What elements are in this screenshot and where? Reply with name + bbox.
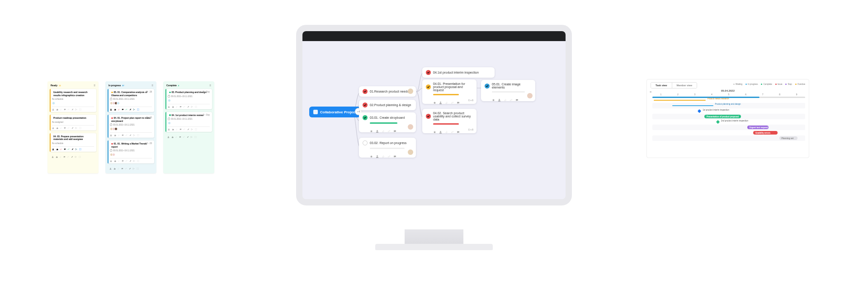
chat-icon[interactable] [122,108,124,111]
link-icon[interactable] [67,127,70,129]
chat-icon[interactable] [64,108,66,111]
milestone-icon[interactable] [698,109,701,113]
link-icon[interactable] [67,108,70,111]
person-icon[interactable] [110,160,112,162]
chat-icon[interactable] [63,156,66,158]
link-icon[interactable] [451,98,454,101]
link-icon[interactable] [183,128,185,131]
star-icon[interactable] [370,152,373,155]
clip-icon[interactable] [175,128,178,131]
star-icon[interactable] [492,95,495,98]
branch-icon[interactable] [191,128,193,131]
clip-icon[interactable] [382,126,385,130]
chat-icon[interactable] [122,160,124,162]
kanban-card[interactable]: D - 2304. 01. Project plan report to mak… [108,115,154,138]
chat-icon[interactable] [121,168,123,170]
thumb-icon[interactable] [171,136,174,138]
mindmap-node[interactable]: 03.01. Create stroyboard [359,112,416,132]
menu-icon[interactable]: ≡ [151,84,153,87]
link-icon[interactable] [183,136,185,138]
link-icon[interactable] [125,160,127,162]
link-icon[interactable] [387,152,391,155]
gantt-line[interactable] [654,100,706,101]
person-icon[interactable] [52,148,54,150]
clip-icon[interactable] [118,108,120,111]
person-icon[interactable] [376,126,379,130]
chat-icon[interactable] [393,152,396,155]
clip-icon[interactable] [60,108,62,111]
clip-icon[interactable] [504,95,507,98]
expand-icon[interactable] [194,136,197,138]
thumb-icon[interactable] [56,148,58,150]
chat-icon[interactable] [515,95,519,98]
pen-icon[interactable] [71,148,74,150]
chat-icon[interactable] [122,134,124,136]
person-icon[interactable] [167,136,170,138]
pen-icon[interactable] [129,108,132,111]
gantt-bar[interactable]: Planning set [779,136,798,140]
thumb-icon[interactable] [114,134,116,136]
branch-icon[interactable] [133,160,135,162]
clip-icon[interactable] [117,168,119,170]
branch-icon[interactable] [132,168,135,170]
tab-member-view[interactable]: Member view [672,83,697,88]
gantt-bar[interactable]: Usability errors [753,131,778,135]
chat-icon[interactable] [457,98,460,101]
chat-icon[interactable] [64,148,66,150]
link-icon[interactable] [509,95,513,98]
thumb-icon[interactable] [56,156,58,158]
mindmap-node[interactable]: 04.02. Search product usability and coll… [422,109,476,133]
gantt-line[interactable] [672,105,713,106]
clip-icon[interactable] [445,127,448,131]
thumb-icon[interactable] [114,108,116,111]
branch-icon[interactable] [133,108,135,111]
milestone-icon[interactable] [716,120,720,124]
pen-icon[interactable] [129,160,132,162]
thumb-icon[interactable] [56,108,58,111]
clip-icon[interactable] [175,136,177,138]
expand-icon[interactable] [137,108,139,111]
clip-icon[interactable] [445,98,448,101]
person-icon[interactable] [110,108,112,111]
pen-icon[interactable] [187,106,189,108]
person-icon[interactable] [52,108,54,111]
branch-icon[interactable] [190,136,193,138]
branch-icon[interactable] [75,156,77,158]
gantt-bar[interactable]: Urgent test request [747,126,769,129]
mindmap-root[interactable]: Collaborative Project [309,107,360,117]
thumb-icon[interactable] [172,106,174,108]
mindmap-node[interactable]: 04.01. Presentation for product proposal… [422,79,476,104]
chat-icon[interactable] [179,128,182,131]
pen-icon[interactable] [187,128,189,131]
link-icon[interactable] [67,156,69,158]
pen-icon[interactable] [71,108,74,111]
branch-icon[interactable] [75,108,77,111]
chat-icon[interactable] [457,127,460,131]
pen-icon[interactable] [71,127,74,129]
star-icon[interactable] [370,126,373,130]
expand-icon[interactable] [195,106,197,108]
link-icon[interactable] [125,134,127,136]
branch-icon[interactable] [75,127,77,129]
expand-icon[interactable] [137,134,139,136]
branch-icon[interactable] [133,134,135,136]
person-icon[interactable] [52,127,54,129]
kanban-card[interactable]: 04. 03. Prepare presentation materials a… [50,133,96,152]
person-icon[interactable] [168,128,170,131]
thumb-icon[interactable] [113,168,116,170]
mindmap-node[interactable]: 01.Research product needs [359,86,416,97]
menu-icon[interactable]: ≡ [94,84,95,87]
clip-icon[interactable] [60,148,62,150]
thumb-icon[interactable] [172,128,174,131]
clip-icon[interactable] [59,156,61,158]
branch-icon[interactable] [75,148,77,150]
mindmap-node[interactable]: 03.02. Report on progress [359,138,416,158]
link-icon[interactable] [387,126,391,130]
pen-icon[interactable] [129,168,131,170]
thumb-icon[interactable] [114,160,116,162]
link-icon[interactable] [125,168,127,170]
kanban-card[interactable]: D - Day04. 1st product interim review03.… [165,112,212,132]
link-icon[interactable] [125,108,127,111]
hamburger-icon[interactable]: ≡ [650,90,651,93]
link-icon[interactable] [183,106,185,108]
